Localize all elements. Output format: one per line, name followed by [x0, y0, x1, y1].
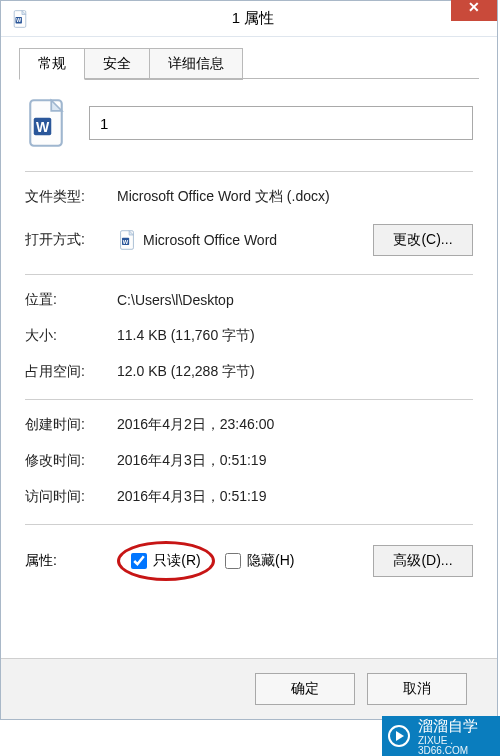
size-label: 大小:: [25, 327, 117, 345]
readonly-checkbox[interactable]: [131, 553, 147, 569]
close-icon: ✕: [468, 0, 480, 15]
general-panel: 文件类型: Microsoft Office Word 文档 (.docx) 打…: [1, 79, 497, 593]
tab-general[interactable]: 常规: [19, 48, 85, 80]
size-value: 11.4 KB (11,760 字节): [117, 327, 473, 345]
size-on-disk-value: 12.0 KB (12,288 字节): [117, 363, 473, 381]
close-button[interactable]: ✕: [451, 0, 497, 21]
word-app-icon: [117, 230, 137, 250]
highlight-ring: 只读(R): [117, 541, 215, 581]
advanced-button[interactable]: 高级(D)...: [373, 545, 473, 577]
location-label: 位置:: [25, 291, 117, 309]
location-value: C:\Users\l\Desktop: [117, 292, 473, 308]
ok-button[interactable]: 确定: [255, 673, 355, 705]
watermark-sub: ZIXUE . 3D66.COM: [418, 736, 494, 756]
modified-label: 修改时间:: [25, 452, 117, 470]
play-icon: [388, 725, 410, 747]
properties-dialog: 1 属性 ✕ 常规 安全 详细信息 文件类型: Microsoft Office…: [0, 0, 498, 720]
hidden-checkbox[interactable]: [225, 553, 241, 569]
file-type-icon: [25, 97, 67, 149]
watermark-badge: 溜溜自学 ZIXUE . 3D66.COM: [382, 716, 500, 756]
opens-with-label: 打开方式:: [25, 231, 117, 249]
separator: [25, 274, 473, 275]
hidden-label: 隐藏(H): [247, 552, 294, 570]
file-type-value: Microsoft Office Word 文档 (.docx): [117, 188, 473, 206]
window-title: 1 属性: [9, 9, 497, 28]
created-value: 2016年4月2日，23:46:00: [117, 416, 473, 434]
file-type-label: 文件类型:: [25, 188, 117, 206]
separator: [25, 399, 473, 400]
watermark-brand: 溜溜自学: [418, 717, 478, 734]
document-icon: [11, 10, 29, 28]
titlebar: 1 属性 ✕: [1, 1, 497, 37]
accessed-value: 2016年4月3日，0:51:19: [117, 488, 473, 506]
tab-details[interactable]: 详细信息: [149, 48, 243, 80]
accessed-label: 访问时间:: [25, 488, 117, 506]
cancel-button[interactable]: 取消: [367, 673, 467, 705]
attributes-label: 属性:: [25, 552, 117, 570]
separator: [25, 171, 473, 172]
tab-security[interactable]: 安全: [84, 48, 150, 80]
opens-with-value: Microsoft Office Word: [143, 232, 277, 248]
tab-strip: 常规 安全 详细信息: [1, 37, 497, 79]
dialog-footer: 确定 取消: [1, 658, 497, 719]
change-button[interactable]: 更改(C)...: [373, 224, 473, 256]
readonly-label: 只读(R): [153, 552, 200, 570]
modified-value: 2016年4月3日，0:51:19: [117, 452, 473, 470]
created-label: 创建时间:: [25, 416, 117, 434]
size-on-disk-label: 占用空间:: [25, 363, 117, 381]
separator: [25, 524, 473, 525]
tab-underline: [19, 78, 479, 79]
filename-input[interactable]: [89, 106, 473, 140]
